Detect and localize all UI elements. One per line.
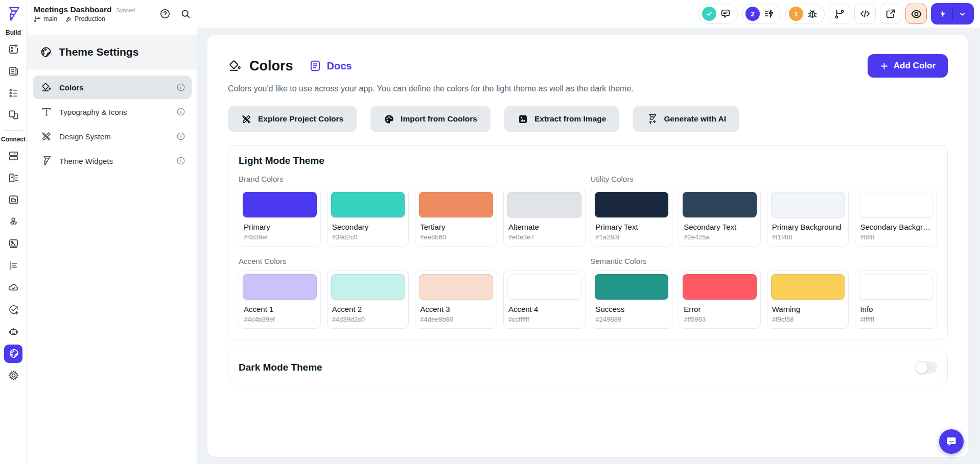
page-subtitle: Colors you'd like to use across your app… — [228, 84, 948, 93]
integrations-icon[interactable] — [4, 213, 22, 231]
flutterflow-logo[interactable] — [6, 6, 21, 22]
color-card[interactable]: Accent 2#4d39d2c0 — [327, 270, 409, 329]
rail-section-connect: Connect — [1, 136, 26, 143]
data-schema-icon[interactable] — [4, 169, 22, 187]
code-view-icon[interactable] — [854, 4, 876, 24]
branching-icon[interactable] — [829, 4, 850, 24]
issues-pill[interactable]: 1 — [785, 4, 825, 24]
branch-name[interactable]: main — [43, 15, 57, 22]
left-icon-rail: Build Connect — [0, 0, 27, 464]
run-button[interactable] — [931, 3, 974, 25]
open-external-icon[interactable] — [880, 4, 901, 24]
color-card[interactable]: Success#249689 — [591, 270, 673, 329]
optimizations-pill[interactable]: 2 — [742, 4, 781, 24]
color-swatch[interactable] — [331, 192, 405, 217]
files-icon[interactable] — [4, 191, 22, 209]
color-card[interactable]: Primary#4b39ef — [239, 188, 321, 247]
color-swatch[interactable] — [595, 192, 669, 217]
add-color-button[interactable]: Add Color — [868, 54, 948, 78]
light-mode-theme-section: Light Mode Theme Brand Colors Primary#4b… — [228, 145, 948, 339]
color-card[interactable]: Primary Text#1a283f — [591, 188, 673, 247]
app-values-icon[interactable] — [4, 84, 22, 103]
color-card[interactable]: Warning#f9cf58 — [767, 270, 849, 329]
color-hex: #ffffff — [859, 233, 933, 241]
panel-item-theme-widgets[interactable]: Theme Widgets — [33, 149, 192, 173]
color-card[interactable]: Secondary Background#ffffff — [855, 188, 937, 247]
color-swatch[interactable] — [595, 274, 669, 300]
text-content-icon[interactable] — [4, 257, 22, 275]
help-icon[interactable] — [156, 5, 174, 22]
info-icon[interactable] — [176, 156, 185, 165]
color-swatch[interactable] — [419, 192, 493, 217]
color-name: Tertiary — [419, 223, 493, 231]
color-card[interactable]: Accent 3#4dee8b60 — [415, 270, 497, 329]
color-swatch[interactable] — [859, 274, 933, 300]
extract-from-image-button[interactable]: Extract from Image — [504, 106, 619, 132]
info-icon[interactable] — [176, 83, 185, 92]
color-swatch[interactable] — [331, 274, 405, 300]
support-chat-button[interactable] — [939, 429, 964, 454]
info-icon[interactable] — [176, 107, 185, 116]
dark-mode-toggle[interactable] — [916, 361, 937, 374]
color-hex: #f1f4f8 — [771, 233, 845, 241]
color-swatch[interactable] — [243, 274, 317, 300]
color-swatch[interactable] — [859, 192, 933, 217]
color-swatch[interactable] — [419, 274, 493, 300]
color-card[interactable]: Secondary Text#2e425a — [679, 188, 761, 247]
agent-icon[interactable] — [4, 323, 22, 341]
database-icon[interactable] — [4, 147, 22, 165]
color-card[interactable]: Accent 4#ccffffff — [503, 270, 586, 329]
media-assets-icon[interactable] — [4, 235, 22, 253]
color-hex: #ccffffff — [507, 315, 581, 323]
color-swatch[interactable] — [243, 192, 317, 217]
tests-icon[interactable] — [4, 301, 22, 319]
theme-palette-icon[interactable] — [4, 345, 22, 363]
color-swatch[interactable] — [771, 192, 845, 217]
info-icon[interactable] — [176, 132, 185, 141]
color-swatch[interactable] — [771, 274, 845, 300]
environment-name[interactable]: Production — [75, 15, 105, 22]
optimizations-icon — [763, 8, 775, 19]
color-card[interactable]: Accent 1#4c4b39ef — [239, 270, 321, 329]
preview-eye-icon[interactable] — [905, 4, 927, 24]
color-card[interactable]: Info#ffffff — [855, 270, 937, 329]
import-from-coolors-button[interactable]: Import from Coolors — [370, 106, 491, 132]
color-swatch[interactable] — [683, 192, 757, 217]
bug-icon — [807, 8, 818, 19]
docs-label[interactable]: Docs — [327, 60, 352, 72]
settings-gear-icon[interactable] — [4, 367, 22, 385]
color-card[interactable]: Error#ff5963 — [679, 270, 761, 329]
color-name: Info — [859, 305, 933, 313]
theme-widgets-icon — [41, 155, 52, 166]
color-hex: #39d2c0 — [331, 233, 405, 241]
color-swatch[interactable] — [683, 274, 757, 300]
checks-comments-pill[interactable] — [698, 4, 738, 24]
panel-item-design-system[interactable]: Design System — [33, 125, 192, 148]
components-icon[interactable] — [4, 106, 22, 125]
docs-icon — [309, 59, 322, 72]
color-hex: #4b39ef — [243, 233, 317, 241]
color-name: Success — [595, 305, 669, 313]
color-card[interactable]: Secondary#39d2c0 — [327, 188, 409, 247]
page-title: Colors — [249, 58, 293, 74]
color-hex: #4dee8b60 — [419, 315, 493, 323]
panel-item-colors[interactable]: Colors — [33, 76, 192, 99]
color-swatch[interactable] — [507, 192, 581, 217]
color-card[interactable]: Alternate#e0e3e7 — [503, 188, 586, 247]
color-name: Error — [683, 305, 757, 313]
docs-link[interactable]: Docs — [309, 59, 352, 72]
cloud-functions-icon[interactable] — [4, 279, 22, 297]
color-card[interactable]: Primary Background#f1f4f8 — [767, 188, 849, 247]
generate-with-ai-button[interactable]: Generate with AI — [633, 106, 739, 132]
add-widget-icon[interactable] — [4, 40, 22, 59]
color-name: Warning — [771, 305, 845, 313]
color-card[interactable]: Tertiary#ee8b60 — [415, 188, 497, 247]
run-bolt-icon[interactable] — [933, 3, 952, 25]
search-icon[interactable] — [177, 5, 194, 22]
group-label: Brand Colors — [239, 175, 586, 183]
explore-project-colors-button[interactable]: Explore Project Colors — [228, 106, 357, 132]
panel-item-typography[interactable]: Typography & Icons — [33, 100, 192, 124]
run-options-chevron-icon[interactable] — [953, 3, 972, 25]
pages-icon[interactable] — [4, 62, 22, 81]
color-swatch[interactable] — [507, 274, 581, 300]
